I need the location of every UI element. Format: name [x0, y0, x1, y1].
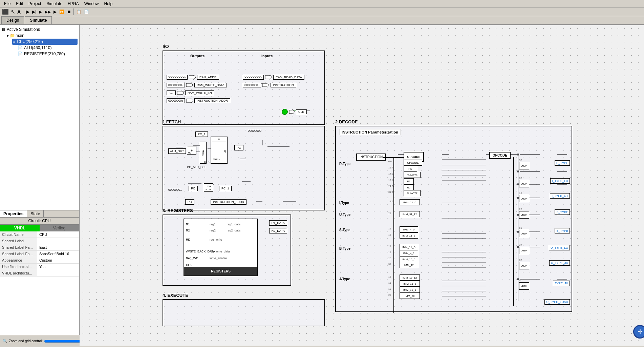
toolbar-fast-btn[interactable]: ▶▶	[44, 9, 52, 14]
zoom-slider[interactable]	[44, 339, 80, 344]
registers-box: R1 R2 RD WRITE_BACK_DATA Reg_WE CLK ▷ re…	[163, 215, 291, 286]
clk-symbol	[282, 109, 288, 115]
tree-alu-icon: 📄	[18, 45, 23, 50]
compass-icon: ✛	[638, 328, 643, 335]
tree-item-cpu[interactable]: 🖥 CPU(250,210)	[12, 39, 78, 45]
reg-reg1-signal: reg1	[210, 223, 216, 226]
b-imm41-bits: 11	[388, 251, 391, 253]
pc-instr-label: PC	[185, 199, 194, 205]
r-r1-bits: 19:15	[388, 179, 394, 181]
pc1-top-box: PC_1	[195, 131, 208, 137]
clk-section: CLK	[282, 109, 307, 115]
tree-item-registers[interactable]: 📄 REGISTERS(210,780)	[18, 51, 78, 57]
tree-item-alu[interactable]: 📄 ALU(460,1110)	[18, 45, 78, 51]
j-imm11j-bits: 11	[388, 282, 391, 284]
tree-registers-label: REGISTERS(210,780)	[24, 52, 65, 56]
u-type-lo-mux-area: 37 ARV	[519, 243, 529, 254]
r-type-mux-area: 33 ARV	[519, 159, 529, 169]
tab-bar: Design Simulate	[0, 16, 644, 24]
menu-edit[interactable]: Edit	[13, 1, 26, 7]
toolbar-ff-btn[interactable]: ⏩	[58, 9, 65, 14]
s-imm40-bits: 11	[388, 227, 391, 230]
registers-component: R1 R2 RD WRITE_BACK_DATA Reg_WE CLK ▷ re…	[184, 219, 258, 276]
ram-read-data-input: XXXXXXXX₀ RAM_READ_DATA	[243, 75, 304, 80]
s-type-label: S-Type	[339, 228, 350, 232]
s-imm40-box: IMM_4_0	[400, 226, 418, 232]
toolbar-play-btn[interactable]: ▶	[52, 9, 58, 14]
menu-window[interactable]: Window	[82, 1, 102, 7]
menu-project[interactable]: Project	[26, 1, 44, 7]
props-key-shared-label: Shared Label	[0, 238, 37, 244]
menu-help[interactable]: Help	[101, 1, 115, 7]
b-imm41-box: IMM_4_1	[400, 250, 418, 256]
i-type-lo-output: I_TYPE_LO	[550, 178, 570, 184]
tree-active-simulations: 🖥 Active Simulations	[1, 26, 78, 33]
props-row-fixed-box: Use fixed box-si... Yes	[0, 264, 79, 270]
instruction-name: INSTRUCTION	[271, 83, 296, 87]
j-imm11j-box: IMM_11_J	[400, 281, 420, 287]
b-imm11b-bits: 11	[388, 245, 391, 247]
tab-simulate[interactable]: Simulate	[25, 16, 52, 24]
instr-addr-output: 00000000₀ INSTRUCTION_ADDR	[167, 98, 230, 103]
pc1-bottom-out: PC_1	[219, 186, 232, 191]
u-type-ju-output: U_TYPE_JU	[549, 260, 570, 266]
instr-addr-bottom: INSTRUCTION_ADDR	[211, 199, 246, 205]
toolbar-separator-2	[73, 8, 74, 15]
props-val-shared-label[interactable]	[37, 238, 79, 244]
properties-panel: Properties State Circuit: CPU VHDL Veril…	[0, 210, 79, 339]
instr-param-label: INSTRUCTION Parameterization	[339, 129, 401, 135]
svg-marker-77	[177, 90, 184, 95]
active-simulations-icon: 🖥	[1, 27, 5, 32]
toolbar-paste-btn[interactable]: 📄	[83, 9, 90, 14]
instruction-box: INSTRUCTION	[356, 154, 386, 161]
b-type-output: B_TYPE	[555, 228, 570, 233]
r-funct3-box: FUNCT3	[404, 172, 421, 178]
props-val-shared-fa: East	[37, 244, 79, 250]
toolbar-run-btn[interactable]: ▶	[38, 9, 43, 14]
u-type-ju-mux-area: 67 ARV	[519, 259, 529, 269]
menu-file[interactable]: File	[1, 1, 13, 7]
r-r2-bits: 24:20	[388, 185, 394, 187]
simulation-tree: 🖥 Active Simulations ▶ 📁 main 🖥 CPU(250,…	[0, 25, 79, 210]
j-imm1912-box: IMM_19_12	[400, 274, 420, 281]
arrow-right-icon3	[177, 90, 184, 95]
decode-label: 2.DECODE	[335, 119, 572, 124]
props-val-vhdl-arch[interactable]	[37, 270, 79, 276]
opcode-right-box: OPCODE	[489, 152, 511, 159]
reg-r1-port: R1	[186, 223, 190, 226]
nav-compass[interactable]: ✛	[633, 325, 644, 339]
ram-write-en-value: 0₀	[167, 90, 176, 95]
props-row-shared-label-fa: Shared Label Fa... East	[0, 244, 79, 251]
ram-read-data-value: XXXXXXXX₀	[243, 75, 264, 80]
toolbar-step2-btn[interactable]: ▶|	[31, 9, 37, 14]
fetch-zero-val: 00000000	[248, 129, 261, 132]
r-funct7-box: FUNCT7	[404, 190, 421, 196]
io-box: Outputs Inputs XXXXXXXX₀ RAM_ADDR 000000…	[163, 50, 325, 125]
right-vert-bus	[513, 157, 514, 306]
type-ju-mux-area: 6f ARV	[519, 279, 529, 290]
tab-design[interactable]: Design	[1, 16, 24, 24]
b-type-label: B-Type	[339, 247, 350, 250]
tree-item-main[interactable]: ▶ 📁 main	[7, 33, 78, 39]
toolbar-icon-select: ⬛	[1, 8, 9, 15]
j-imm101-bits: 10	[388, 288, 391, 290]
ram-write-data-name: RAM_WRITE_DATA	[194, 83, 227, 87]
props-verilog-btn[interactable]: Verilog	[40, 225, 79, 231]
fetch-section: 1.FETCH 00000000 ALU_OUT + 02 MUX	[163, 119, 325, 210]
menu-simulate[interactable]: Simulate	[44, 1, 65, 7]
canvas-area[interactable]: I/O Outputs Inputs XXXXXXXX₀ RAM_ADDR	[80, 25, 644, 346]
j-imm20-box: IMM_20	[400, 293, 420, 299]
toolbar-copy-btn[interactable]: 📋	[75, 9, 82, 14]
toolbar-stop-btn[interactable]: ⏹	[66, 9, 72, 14]
props-vhdl-btn[interactable]: VHDL	[0, 225, 40, 231]
ram-write-en-output: 0₀ RAM_WRITE_EN	[167, 90, 214, 95]
props-tab-properties[interactable]: Properties	[0, 210, 27, 217]
props-tab-state[interactable]: State	[27, 210, 44, 217]
i-imm-bits: 19:0	[388, 200, 393, 203]
toolbar-step-btn[interactable]: |▶	[24, 9, 30, 14]
toolbar-separator-1	[23, 8, 23, 15]
pc-bottom-label: PC	[189, 186, 198, 191]
instruction-input: 00000000₀ INSTRUCTION	[243, 83, 296, 87]
props-val-circuit[interactable]: CPU	[37, 231, 79, 238]
menu-fpga[interactable]: FPGA	[65, 1, 82, 7]
